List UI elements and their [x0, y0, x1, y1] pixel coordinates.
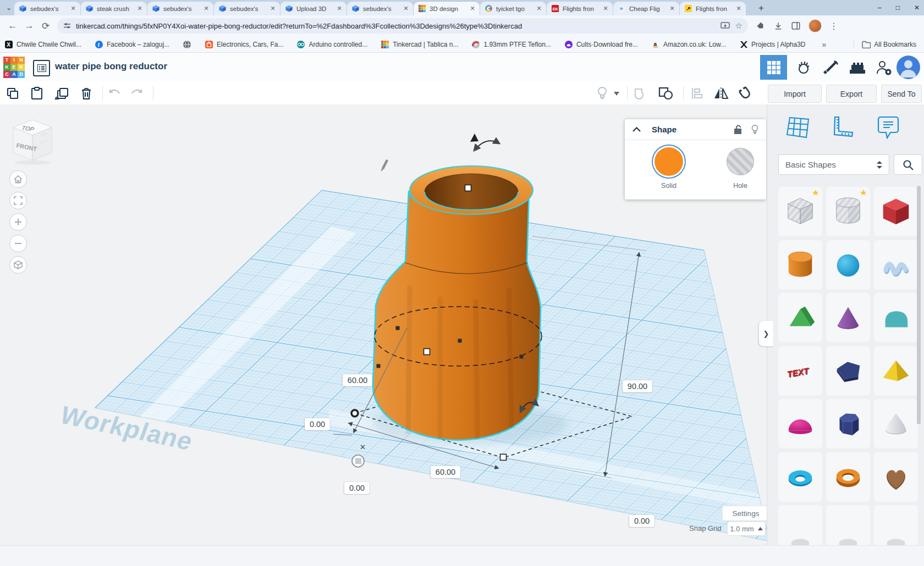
- shape-item-pyramid[interactable]: [874, 346, 918, 396]
- bookmark-star-icon[interactable]: ☆: [735, 21, 743, 31]
- install-icon[interactable]: [721, 22, 730, 30]
- shape-item-prism[interactable]: [826, 399, 870, 448]
- tab-close-icon[interactable]: ✕: [402, 5, 410, 12]
- shape-item-heart[interactable]: [874, 452, 918, 502]
- tab-search-icon[interactable]: ⌄: [3, 3, 14, 13]
- window-minimize-button[interactable]: –: [878, 4, 882, 12]
- shape-item-hole-cylinder[interactable]: ★: [826, 187, 870, 236]
- new-tab-button[interactable]: +: [755, 2, 768, 15]
- bookmark-3[interactable]: [183, 40, 191, 49]
- bookmark-2[interactable]: fFacebook – zaloguj...: [95, 40, 169, 49]
- shape-item-cylinder[interactable]: [778, 240, 822, 290]
- bookmark-4[interactable]: Electronics, Cars, Fa...: [205, 40, 283, 49]
- collaborate-button[interactable]: [871, 55, 897, 80]
- tab-close-icon[interactable]: ✕: [202, 5, 210, 12]
- import-button[interactable]: Import: [768, 85, 822, 103]
- browser-tab-9[interactable]: EKFlights fron✕: [547, 2, 613, 15]
- delete-button[interactable]: [78, 86, 95, 101]
- tab-close-icon[interactable]: ✕: [336, 5, 343, 12]
- bookmark-10[interactable]: Projects | Alpha3D: [739, 40, 806, 49]
- shape-item-text[interactable]: TEXTTEXT: [778, 346, 822, 396]
- scale-corner-handle[interactable]: [351, 410, 358, 417]
- send-to-button[interactable]: Send To: [881, 85, 922, 103]
- solid-option[interactable]: [654, 147, 683, 176]
- duplicate-button[interactable]: [53, 86, 70, 101]
- tab-close-icon[interactable]: ✕: [535, 5, 543, 12]
- window-close-button[interactable]: ✕: [914, 4, 920, 12]
- bookmark-5[interactable]: Arduino controlled...: [296, 40, 367, 49]
- shape-item-cone[interactable]: [826, 293, 870, 342]
- mirror-button[interactable]: [713, 86, 729, 101]
- drop-workplane-button[interactable]: [785, 114, 811, 141]
- browser-tab-10[interactable]: ✳Cheap Flig✕: [613, 2, 679, 15]
- paste-button[interactable]: [29, 86, 45, 101]
- perspective-toggle-button[interactable]: [9, 256, 27, 274]
- tab-close-icon[interactable]: ✕: [735, 5, 743, 12]
- show-all-dropdown[interactable]: [612, 86, 622, 101]
- notes-tool-button[interactable]: [875, 114, 901, 141]
- dim-width-label[interactable]: 60.00: [431, 466, 460, 478]
- shape-search-button[interactable]: [894, 154, 922, 175]
- address-bar[interactable]: tinkercad.com/things/5fxNP0Y4Xoi-water-p…: [57, 18, 748, 34]
- fit-view-button[interactable]: [9, 192, 27, 209]
- shape-item-sphere[interactable]: [826, 240, 870, 290]
- panel-collapse-tab[interactable]: ❯: [759, 321, 773, 346]
- browser-profile-avatar[interactable]: [809, 19, 822, 32]
- collapse-chevron-icon[interactable]: [632, 127, 641, 132]
- shape-item-torus[interactable]: [778, 452, 822, 502]
- reload-icon[interactable]: ⟳: [37, 20, 54, 32]
- tab-close-icon[interactable]: ✕: [136, 5, 144, 12]
- tab-close-icon[interactable]: ✕: [602, 5, 609, 12]
- ruler-tool-button[interactable]: [829, 114, 855, 141]
- url-text[interactable]: tinkercad.com/things/5fxNP0Y4Xoi-water-p…: [76, 22, 715, 30]
- forward-icon[interactable]: →: [21, 20, 37, 31]
- site-settings-icon[interactable]: [63, 21, 72, 30]
- shape-category-dropdown[interactable]: Basic Shapes: [778, 154, 889, 175]
- browser-tab-5[interactable]: Upload 3D✕: [280, 2, 346, 15]
- zoom-out-button[interactable]: [9, 235, 27, 252]
- account-avatar[interactable]: [897, 56, 920, 79]
- sim-lab-button[interactable]: [790, 55, 815, 80]
- tab-close-icon[interactable]: ✕: [69, 5, 77, 12]
- back-icon[interactable]: ←: [4, 20, 21, 31]
- window-maximize-button[interactable]: □: [896, 4, 900, 12]
- export-button[interactable]: Export: [826, 85, 877, 103]
- tab-close-icon[interactable]: ✕: [469, 5, 476, 12]
- shape-item-half-sphere[interactable]: [778, 399, 822, 448]
- shape-item-partial[interactable]: [826, 505, 870, 545]
- shape-item-scribble[interactable]: [874, 240, 918, 290]
- design-title[interactable]: water pipe bong reductor: [55, 61, 167, 72]
- side-panel-icon[interactable]: [791, 21, 801, 31]
- snap-button[interactable]: [737, 86, 754, 101]
- visibility-bulb-icon[interactable]: [751, 125, 758, 135]
- redo-button[interactable]: [129, 86, 146, 101]
- hole-option[interactable]: [727, 148, 754, 175]
- design-properties-button[interactable]: [33, 60, 50, 76]
- dim-z0-label[interactable]: 0.00: [629, 515, 654, 527]
- shape-item-round-roof[interactable]: [874, 293, 918, 342]
- browser-menu-icon[interactable]: ⋮: [829, 21, 838, 31]
- browser-tab-8[interactable]: tyicket tgo✕: [480, 2, 546, 15]
- tinkercad-logo[interactable]: TINKERCAD: [3, 57, 25, 78]
- browser-tab-11[interactable]: ↗Flights fron✕: [680, 2, 746, 15]
- shape-item-tube[interactable]: [826, 452, 870, 502]
- align-button[interactable]: [689, 86, 705, 101]
- browser-tab-3[interactable]: sebudex's✕: [147, 2, 213, 15]
- shape-item-paraboloid[interactable]: [874, 399, 918, 448]
- browser-tab-4[interactable]: sebudex's✕: [214, 2, 280, 15]
- settings-button[interactable]: Settings: [722, 506, 769, 521]
- shape-item-roof[interactable]: [778, 293, 822, 342]
- bookmark-9[interactable]: aAmazon.co.uk: Low...: [651, 40, 726, 49]
- browser-tab-1[interactable]: sebudex's✕: [14, 2, 80, 15]
- minecraft-export-button[interactable]: [817, 55, 843, 80]
- shape-item-polygon[interactable]: [826, 346, 870, 396]
- browser-tab-2[interactable]: steak crush✕: [81, 2, 147, 15]
- ungroup-button[interactable]: [658, 86, 674, 101]
- shape-item-partial[interactable]: [778, 505, 822, 545]
- lego-export-button[interactable]: [845, 55, 870, 80]
- bookmark-8[interactable]: Cults·Download fre...: [564, 40, 638, 49]
- shape-item-partial[interactable]: [874, 505, 918, 545]
- bookmark-7[interactable]: 1.93mm PTFE Teflon...: [471, 40, 551, 49]
- bookmarks-overflow-icon[interactable]: »: [822, 40, 827, 49]
- snap-grid-dropdown[interactable]: 1.0 mm: [727, 521, 766, 536]
